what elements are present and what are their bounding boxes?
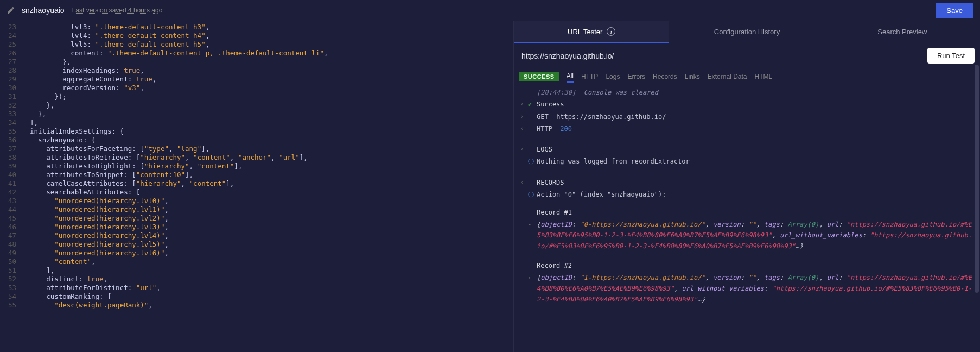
- right-panel: URL Tester i Configuration History Searc…: [514, 21, 980, 352]
- scrollbar[interactable]: [975, 65, 979, 293]
- check-icon: ✔: [528, 101, 532, 108]
- http-label: HTTP: [537, 125, 552, 133]
- tab-url-tester[interactable]: URL Tester i: [514, 21, 669, 43]
- code-content[interactable]: lvl3: ".theme-default-content h3", lvl4:…: [22, 21, 513, 352]
- filter-bar: SUCCESS All HTTP Logs Errors Records Lin…: [514, 68, 980, 85]
- http-status: 200: [560, 125, 572, 133]
- url-bar: Run Test: [514, 43, 980, 68]
- last-saved-meta[interactable]: Last version saved 4 hours ago: [72, 7, 163, 14]
- http-method: GET: [537, 113, 549, 121]
- filter-external[interactable]: External Data: [708, 71, 747, 82]
- records-section: RECORDS: [537, 177, 973, 188]
- logs-msg: Nothing was logged from recordExtractor: [537, 156, 973, 167]
- line-gutter: 2324252627282930313233343536373839404142…: [0, 21, 22, 352]
- action-msg: Action "0" (index "snzhaoyuaio"):: [537, 189, 973, 200]
- filter-errors[interactable]: Errors: [627, 71, 645, 82]
- filter-http[interactable]: HTTP: [581, 71, 598, 82]
- record-2-title: Record #2: [537, 260, 973, 271]
- http-url: https://snzhaoyua.github.io/: [556, 113, 666, 121]
- console-success: Success: [537, 99, 973, 110]
- url-input[interactable]: [519, 48, 923, 64]
- record-2-object[interactable]: {objectID: "1-https://snzhaoyua.github.i…: [537, 272, 973, 305]
- code-editor[interactable]: 2324252627282930313233343536373839404142…: [0, 21, 514, 352]
- console-timestamp: [20:44:30]: [537, 89, 576, 96]
- info-icon[interactable]: i: [607, 27, 615, 36]
- status-badge: SUCCESS: [519, 72, 559, 81]
- info-dot-icon: ⓘ: [528, 191, 534, 198]
- tab-search-preview[interactable]: Search Preview: [825, 21, 980, 43]
- console-output[interactable]: [20:44:30] Console was cleared ‹✔Success…: [514, 85, 980, 352]
- filter-records[interactable]: Records: [653, 71, 677, 82]
- page-title: snzhaoyuaio: [22, 6, 65, 15]
- edit-icon: [7, 6, 15, 15]
- header-bar: snzhaoyuaio Last version saved 4 hours a…: [0, 0, 980, 21]
- tab-config-history[interactable]: Configuration History: [669, 21, 824, 43]
- record-1-title: Record #1: [537, 207, 973, 218]
- save-button[interactable]: Save: [936, 3, 973, 18]
- record-1-object[interactable]: {objectID: "0-https://snzhaoyua.github.i…: [537, 219, 973, 252]
- run-test-button[interactable]: Run Test: [927, 48, 975, 64]
- console-cleared-msg: Console was cleared: [584, 89, 658, 96]
- filter-html[interactable]: HTML: [754, 71, 772, 82]
- logs-section: LOGS: [537, 144, 973, 155]
- filter-logs[interactable]: Logs: [606, 71, 620, 82]
- info-dot-icon: ⓘ: [528, 158, 534, 165]
- filter-links[interactable]: Links: [685, 71, 700, 82]
- tab-url-tester-label: URL Tester: [568, 28, 602, 36]
- right-tabs: URL Tester i Configuration History Searc…: [514, 21, 980, 43]
- filter-all[interactable]: All: [567, 71, 574, 83]
